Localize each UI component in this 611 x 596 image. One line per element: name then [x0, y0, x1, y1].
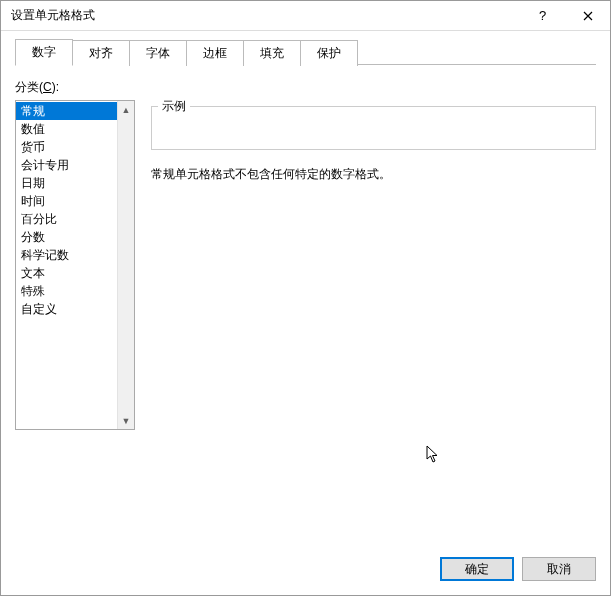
- sample-group: 示例: [151, 106, 596, 150]
- tab-number[interactable]: 数字: [15, 39, 73, 66]
- scroll-up-icon[interactable]: ▲: [118, 101, 134, 118]
- format-cells-dialog: 设置单元格格式 ? 数字 对齐 字体 边框 填充 保护 分类(C): 常规: [0, 0, 611, 596]
- tab-fill[interactable]: 填充: [243, 40, 301, 66]
- listbox-scrollbar[interactable]: ▲ ▼: [117, 101, 134, 429]
- list-item[interactable]: 数值: [16, 120, 117, 138]
- dialog-buttons: 确定 取消: [1, 547, 610, 595]
- list-item[interactable]: 科学记数: [16, 246, 117, 264]
- dialog-body: 数字 对齐 字体 边框 填充 保护 分类(C): 常规 数值 货币 会计专用 日…: [1, 31, 610, 547]
- list-item[interactable]: 文本: [16, 264, 117, 282]
- window-title: 设置单元格格式: [11, 7, 520, 24]
- help-button[interactable]: ?: [520, 1, 565, 30]
- list-item[interactable]: 自定义: [16, 300, 117, 318]
- category-label-suffix: ):: [52, 80, 59, 94]
- right-column: 示例 常规单元格格式不包含任何特定的数字格式。: [151, 100, 596, 537]
- list-item[interactable]: 时间: [16, 192, 117, 210]
- tabstrip: 数字 对齐 字体 边框 填充 保护: [15, 41, 596, 65]
- tab-protect[interactable]: 保护: [300, 40, 358, 66]
- tab-border[interactable]: 边框: [186, 40, 244, 66]
- titlebar: 设置单元格格式 ?: [1, 1, 610, 31]
- close-button[interactable]: [565, 1, 610, 30]
- list-item[interactable]: 会计专用: [16, 156, 117, 174]
- tab-pane-number: 分类(C): 常规 数值 货币 会计专用 日期 时间 百分比 分数 科学记数 文…: [15, 65, 596, 537]
- category-label-prefix: 分类(: [15, 80, 43, 94]
- ok-button[interactable]: 确定: [440, 557, 514, 581]
- close-icon: [583, 11, 593, 21]
- cancel-button[interactable]: 取消: [522, 557, 596, 581]
- category-list: 常规 数值 货币 会计专用 日期 时间 百分比 分数 科学记数 文本 特殊 自定…: [16, 101, 117, 429]
- list-item[interactable]: 百分比: [16, 210, 117, 228]
- tab-alignment[interactable]: 对齐: [72, 40, 130, 66]
- format-description: 常规单元格格式不包含任何特定的数字格式。: [151, 166, 596, 183]
- sample-legend: 示例: [158, 98, 190, 115]
- tab-font[interactable]: 字体: [129, 40, 187, 66]
- list-item[interactable]: 分数: [16, 228, 117, 246]
- category-label: 分类(C):: [15, 79, 596, 96]
- category-listbox[interactable]: 常规 数值 货币 会计专用 日期 时间 百分比 分数 科学记数 文本 特殊 自定…: [15, 100, 135, 430]
- list-item[interactable]: 日期: [16, 174, 117, 192]
- list-item[interactable]: 特殊: [16, 282, 117, 300]
- list-item[interactable]: 常规: [16, 102, 117, 120]
- category-label-hotkey: C: [43, 80, 52, 94]
- scroll-down-icon[interactable]: ▼: [118, 412, 134, 429]
- content-row: 常规 数值 货币 会计专用 日期 时间 百分比 分数 科学记数 文本 特殊 自定…: [15, 100, 596, 537]
- list-item[interactable]: 货币: [16, 138, 117, 156]
